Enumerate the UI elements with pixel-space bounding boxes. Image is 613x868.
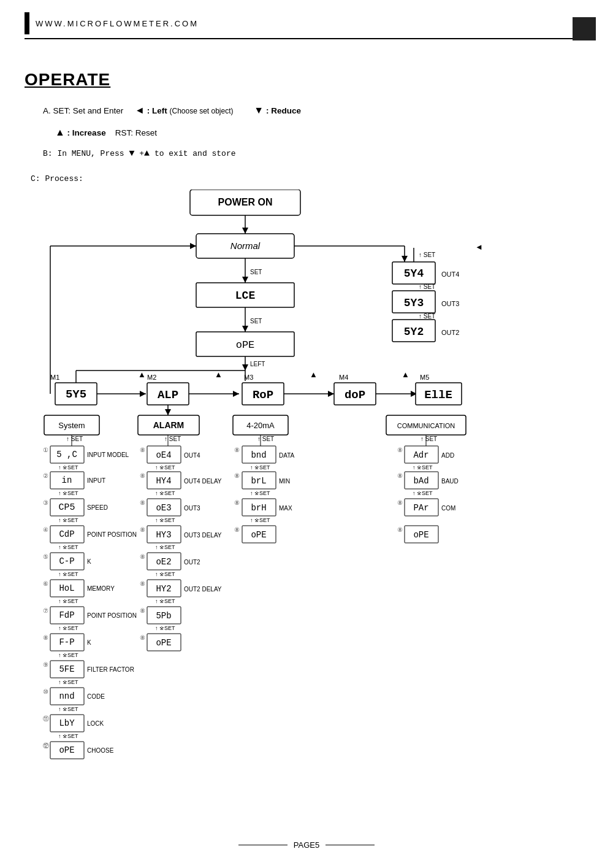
- svg-text:CP5: CP5: [58, 502, 75, 513]
- svg-text:⑧: ⑧: [397, 472, 403, 479]
- page-container: WWW.MICROFLOWMETER.COM OPERATE A. SET: S…: [0, 0, 613, 868]
- svg-text:↑ ※SET: ↑ ※SET: [155, 625, 175, 631]
- instruction-line-a2: ▲ : Increase RST: Reset: [55, 123, 588, 142]
- svg-text:⑧: ⑧: [234, 472, 240, 479]
- svg-text:doP: doP: [345, 388, 365, 402]
- svg-text:SPEED: SPEED: [87, 504, 108, 511]
- svg-text:INPUT: INPUT: [87, 477, 105, 484]
- svg-text:POWER ON: POWER ON: [218, 197, 273, 207]
- svg-text:↑ SET: ↑ SET: [419, 252, 435, 258]
- svg-text:OUT2: OUT2: [441, 329, 459, 336]
- svg-text:oPE: oPE: [236, 339, 255, 351]
- svg-text:POINT POSITION: POINT POSITION: [87, 612, 137, 619]
- svg-text:↑ SET: ↑ SET: [66, 436, 83, 442]
- svg-text:↑ ※SET: ↑ ※SET: [58, 544, 78, 550]
- svg-text:5FE: 5FE: [59, 664, 74, 674]
- svg-text:⑫: ⑫: [43, 742, 49, 749]
- svg-text:EllE: EllE: [424, 388, 452, 402]
- page-number: PAGE5: [294, 840, 319, 850]
- svg-text:oPE: oPE: [156, 638, 171, 648]
- svg-text:⑧: ⑧: [140, 499, 145, 506]
- svg-text:⑪: ⑪: [43, 715, 49, 722]
- svg-text:MEMORY: MEMORY: [87, 585, 115, 592]
- svg-text:5Y3: 5Y3: [404, 297, 424, 309]
- svg-text:FILTER FACTOR: FILTER FACTOR: [87, 666, 134, 673]
- svg-marker-41: [140, 391, 146, 397]
- svg-text:OUT4 DELAY: OUT4 DELAY: [184, 478, 222, 485]
- instruction-line-b: B: In MENU, Press ▼ +▲ to exit and store: [43, 145, 588, 163]
- svg-text:↑ SET: ↑ SET: [419, 283, 435, 290]
- svg-text:OUT2: OUT2: [184, 559, 200, 566]
- svg-text:OUT4: OUT4: [184, 452, 200, 459]
- svg-marker-7: [242, 277, 248, 283]
- svg-text:↑ SET: ↑ SET: [164, 436, 181, 442]
- svg-text:⑧: ⑧: [140, 447, 145, 453]
- svg-text:M1: M1: [50, 374, 59, 381]
- svg-text:↑ ※SET: ↑ ※SET: [58, 464, 78, 470]
- svg-text:④: ④: [43, 526, 48, 533]
- svg-text:↑ ※SET: ↑ ※SET: [58, 652, 78, 658]
- svg-text:⑧: ⑧: [140, 580, 145, 587]
- svg-text:K: K: [87, 558, 91, 565]
- svg-text:ALP: ALP: [158, 388, 178, 402]
- svg-text:▲: ▲: [402, 370, 409, 379]
- svg-text:LOCK: LOCK: [87, 720, 104, 727]
- svg-text:oE2: oE2: [156, 557, 171, 567]
- svg-text:⑧: ⑧: [140, 607, 145, 614]
- corner-square: [573, 17, 596, 40]
- svg-text:INPUT MODEL: INPUT MODEL: [87, 451, 129, 458]
- svg-text:M2: M2: [147, 374, 156, 381]
- svg-text:oPE: oPE: [251, 530, 266, 540]
- svg-text:COMMUNICATION: COMMUNICATION: [397, 422, 455, 429]
- svg-text:RoP: RoP: [253, 388, 273, 402]
- svg-text:↑ ※SET: ↑ ※SET: [155, 571, 175, 577]
- footer-line-right: [326, 845, 375, 845]
- header: WWW.MICROFLOWMETER.COM: [25, 12, 588, 39]
- svg-text:②: ②: [43, 472, 48, 479]
- svg-text:C-P: C-P: [59, 556, 74, 566]
- svg-text:POINT POSITION: POINT POSITION: [87, 531, 137, 538]
- operate-title: OPERATE: [25, 70, 588, 90]
- svg-text:LCE: LCE: [235, 290, 256, 302]
- svg-text:↑ ※SET: ↑ ※SET: [58, 679, 78, 685]
- svg-text:◄: ◄: [475, 242, 483, 252]
- svg-text:COM: COM: [441, 505, 455, 512]
- svg-text:OUT4: OUT4: [441, 271, 459, 278]
- svg-text:HY4: HY4: [156, 476, 171, 486]
- svg-text:▲: ▲: [215, 370, 223, 379]
- svg-text:5Y5: 5Y5: [66, 388, 86, 401]
- svg-text:↑ ※SET: ↑ ※SET: [413, 464, 433, 470]
- svg-text:in: in: [62, 475, 72, 485]
- svg-text:↑ ※SET: ↑ ※SET: [58, 517, 78, 523]
- svg-text:⑧: ⑧: [140, 634, 145, 641]
- instruction-line-a: A. SET: Set and Enter ◄ : Left (Choose s…: [43, 101, 588, 120]
- svg-text:CdP: CdP: [59, 529, 74, 539]
- svg-text:⑧: ⑧: [397, 499, 403, 506]
- svg-marker-66: [165, 409, 171, 415]
- svg-text:bAd: bAd: [413, 476, 428, 486]
- svg-text:↑ ※SET: ↑ ※SET: [155, 544, 175, 550]
- svg-text:▲: ▲: [310, 370, 318, 379]
- svg-text:⑧: ⑧: [140, 553, 145, 560]
- svg-marker-3: [242, 228, 248, 234]
- svg-text:F-P: F-P: [59, 637, 74, 647]
- svg-text:CHOOSE: CHOOSE: [87, 747, 114, 754]
- svg-text:↑ ※SET: ↑ ※SET: [250, 517, 270, 523]
- svg-text:CODE: CODE: [87, 693, 105, 700]
- svg-text:SET: SET: [250, 318, 262, 325]
- flowchart-svg: POWER ON Normal SET LCE SET oPE LEFT ◄: [25, 190, 601, 815]
- svg-text:①: ①: [43, 447, 48, 453]
- svg-text:M4: M4: [339, 374, 348, 381]
- svg-text:▲: ▲: [138, 370, 146, 379]
- svg-text:SET: SET: [250, 269, 262, 275]
- svg-text:↑ ※SET: ↑ ※SET: [58, 706, 78, 712]
- svg-text:5Y2: 5Y2: [404, 326, 424, 338]
- svg-text:↑ ※SET: ↑ ※SET: [58, 598, 78, 604]
- svg-text:MIN: MIN: [279, 478, 290, 485]
- svg-text:HY2: HY2: [156, 584, 171, 594]
- svg-text:↑ ※SET: ↑ ※SET: [155, 464, 175, 470]
- svg-marker-12: [242, 326, 248, 332]
- svg-text:↑ ※SET: ↑ ※SET: [250, 464, 270, 470]
- svg-text:↑ SET: ↑ SET: [419, 313, 435, 320]
- svg-text:⑦: ⑦: [43, 607, 48, 614]
